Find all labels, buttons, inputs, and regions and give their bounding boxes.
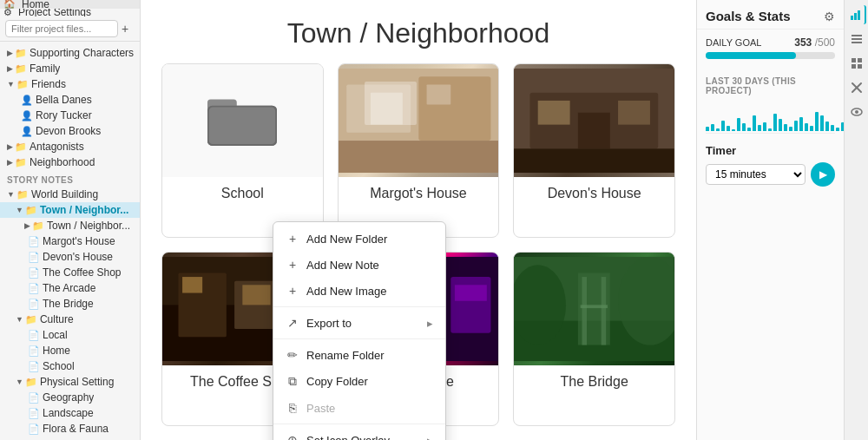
sidebar-item-school[interactable]: ▶ 📁 Town / Neighbor... <box>0 218 140 233</box>
sidebar-item-coffee-shop[interactable]: 📄 The Coffee Shop <box>0 265 140 280</box>
add-file-button[interactable]: + <box>122 22 128 36</box>
file-icon: 📄 <box>28 392 40 404</box>
bar-item <box>810 126 813 131</box>
sidebar-item-the-arcade[interactable]: 📄 The Arcade <box>0 280 140 296</box>
file-icon: 📄 <box>28 299 40 310</box>
bar-item <box>758 125 761 131</box>
sidebar-item-school-culture[interactable]: 📄 School <box>0 358 140 374</box>
settings-icon: ⚙ <box>3 9 12 17</box>
chevron-icon: ▶ <box>7 49 13 57</box>
sidebar-label: Supporting Characters <box>30 47 134 59</box>
bar-item <box>721 121 725 131</box>
menu-item-add-note[interactable]: + Add New Note <box>273 252 445 278</box>
sidebar-item-physical-setting[interactable]: ▼ 📁 Physical Setting <box>0 374 140 390</box>
settings-label: Project Settings <box>18 9 91 17</box>
sidebar-label: The Bridge <box>43 298 94 310</box>
sidebar-item-neighborhood[interactable]: ▶ 📁 Neighborhood <box>0 154 140 170</box>
menu-item-export-to[interactable]: ↗ Export to ▸ <box>273 310 445 336</box>
sidebar-item-local[interactable]: 📄 Local <box>0 327 140 343</box>
sidebar-item-home[interactable]: 📄 Home <box>0 343 140 358</box>
chevron-icon: ▼ <box>7 190 15 199</box>
toolbar-no-icon[interactable] <box>847 78 866 97</box>
folder-icon: 📁 <box>16 79 29 90</box>
sidebar-item-the-bridge[interactable]: 📄 The Bridge <box>0 296 140 312</box>
sidebar-label: The Arcade <box>43 282 95 294</box>
menu-item-label: Add New Image <box>306 285 387 298</box>
svg-rect-47 <box>858 58 862 62</box>
sidebar-item-bella-danes[interactable]: 👤 Bella Danes <box>0 92 140 108</box>
bar-item <box>784 124 787 131</box>
menu-item-paste: ⎘ Paste <box>273 395 445 421</box>
search-input[interactable] <box>5 20 118 37</box>
menu-item-add-folder[interactable]: + Add New Folder <box>273 226 445 252</box>
bar-item <box>711 124 714 131</box>
sidebar-filter-row: + <box>0 16 140 42</box>
sidebar-item-flora-fauna[interactable]: 📄 Flora & Fauna <box>0 421 140 437</box>
sidebar-item-world-building[interactable]: ▼ 📁 World Building <box>0 187 140 202</box>
svg-rect-5 <box>346 84 411 132</box>
chevron-icon: ▶ <box>7 158 13 167</box>
sidebar-label: Rory Tucker <box>36 109 92 121</box>
card-school[interactable]: School <box>161 63 324 238</box>
file-icon: 📄 <box>28 361 40 372</box>
bar-item <box>763 122 766 131</box>
folder-icon: 📁 <box>16 189 29 200</box>
svg-rect-48 <box>852 64 856 69</box>
goals-stats-header: Goals & Stats ⚙ <box>697 0 844 30</box>
bar-item <box>742 123 746 131</box>
sidebar-item-family[interactable]: ▶ 📁 Family <box>0 61 140 76</box>
svg-rect-35 <box>582 277 588 345</box>
sidebar-item-geography[interactable]: 📄 Geography <box>0 390 140 405</box>
file-icon: 📄 <box>28 345 40 357</box>
menu-item-add-image[interactable]: + Add New Image <box>273 278 445 304</box>
svg-rect-37 <box>581 305 608 308</box>
daily-goal-numbers: 353 /500 <box>794 36 835 49</box>
card-label-margots-house: Margot's House <box>361 177 476 210</box>
card-label-the-bridge: The Bridge <box>552 365 637 398</box>
toolbar-table-icon[interactable] <box>847 54 866 73</box>
character-icon: 👤 <box>21 110 33 121</box>
bar-item <box>815 112 819 131</box>
sidebar-home[interactable]: 🏠 Home <box>0 0 140 9</box>
toolbar-list-icon[interactable] <box>847 30 866 49</box>
sidebar-item-landscape[interactable]: 📄 Landscape <box>0 405 140 421</box>
sidebar-project-settings[interactable]: ⚙ Project Settings <box>0 9 140 17</box>
menu-item-rename-folder[interactable]: ✏ Rename Folder <box>273 342 445 368</box>
sidebar-item-friends[interactable]: ▼ 📁 Friends <box>0 76 140 92</box>
add-folder-icon: + <box>286 232 299 246</box>
toolbar-eye-icon[interactable] <box>847 102 866 121</box>
gear-icon[interactable]: ⚙ <box>824 10 835 23</box>
home-label: Home <box>22 0 49 9</box>
file-icon: 📄 <box>28 283 40 294</box>
chevron-icon: ▶ <box>7 64 13 73</box>
sidebar-item-supporting-characters[interactable]: ▶ 📁 Supporting Characters <box>0 45 140 61</box>
bar-item <box>706 127 709 131</box>
toolbar-graph-icon[interactable] <box>847 5 866 24</box>
sidebar-label: Family <box>30 62 60 75</box>
timer-play-button[interactable]: ▶ <box>811 162 835 187</box>
menu-item-copy-folder[interactable]: ⧉ Copy Folder <box>273 368 445 395</box>
sidebar-item-antagonists[interactable]: ▶ 📁 Antagonists <box>0 139 140 154</box>
sidebar-item-devon-brooks[interactable]: 👤 Devon Brooks <box>0 123 140 139</box>
svg-rect-45 <box>852 42 862 43</box>
folder-icon: 📁 <box>15 157 27 168</box>
sidebar-item-margots-house[interactable]: 📄 Margot's House <box>0 233 140 249</box>
right-toolbar <box>844 0 868 440</box>
timer-select[interactable]: 15 minutes 30 minutes 45 minutes 1 hour <box>706 164 806 185</box>
sidebar-item-culture[interactable]: ▼ 📁 Culture <box>0 312 140 327</box>
chevron-icon: ▼ <box>16 315 23 324</box>
sidebar-item-rory-tucker[interactable]: 👤 Rory Tucker <box>0 108 140 123</box>
paste-icon: ⎘ <box>286 401 299 415</box>
sidebar-label: Town / Neighbor... <box>40 204 128 216</box>
sidebar-label: Friends <box>31 78 66 90</box>
card-the-bridge[interactable]: The Bridge <box>513 252 675 426</box>
sidebar-item-town-neighborhood[interactable]: ▼ 📁 Town / Neighbor... <box>0 202 140 218</box>
menu-item-set-icon-overlay[interactable]: ⊕ Set Icon Overlay ▸ <box>273 427 445 440</box>
card-devons-house[interactable]: Devon's House <box>513 63 675 238</box>
daily-goal-section: DAILY GOAL 353 /500 <box>697 30 844 69</box>
last30-section: LAST 30 DAYS (THIS PROJECT) <box>697 69 844 137</box>
play-icon: ▶ <box>819 168 827 181</box>
card-margots-house[interactable]: Margot's House <box>338 63 500 238</box>
bar-item <box>779 119 782 131</box>
sidebar-item-devons-house[interactable]: 📄 Devon's House <box>0 249 140 265</box>
